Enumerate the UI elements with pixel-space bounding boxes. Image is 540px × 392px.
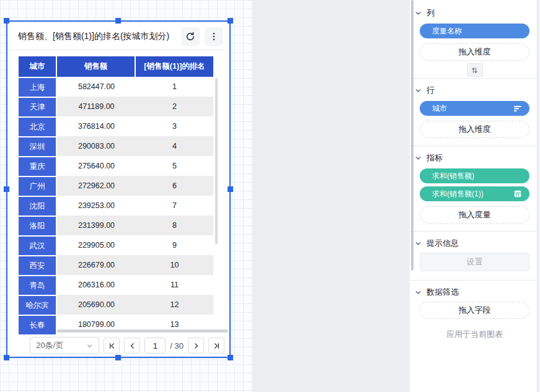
table-row: 重庆 275640.00 5 — [19, 156, 213, 176]
pill-sum-sales[interactable]: 求和(销售额) — [420, 168, 529, 183]
page-total-label: / 30 — [170, 341, 184, 351]
section-tooltip-header[interactable]: 提示信息 — [415, 235, 529, 251]
next-page-button[interactable] — [188, 338, 204, 354]
more-options-button[interactable] — [205, 27, 223, 46]
chevron-down-icon — [415, 87, 422, 94]
sales-cell: 226679.00 — [57, 255, 136, 275]
last-page-icon — [213, 342, 221, 350]
pill-label: 求和(销售额) — [432, 171, 474, 181]
table-row: 天津 471189.00 2 — [19, 97, 213, 116]
column-header-sales[interactable]: 销售额 — [57, 56, 136, 77]
next-page-icon — [192, 342, 200, 350]
rank-cell: 3 — [136, 116, 213, 136]
section-divider — [410, 280, 537, 281]
city-cell: 天津 — [19, 97, 57, 116]
pill-city[interactable]: 城市 — [420, 101, 529, 116]
section-column-header[interactable]: 列 — [415, 5, 529, 21]
table-row: 沈阳 239253.00 7 — [19, 196, 213, 216]
section-metric-header[interactable]: 指标 — [415, 150, 529, 166]
section-divider — [410, 146, 537, 146]
horizontal-scrollbar[interactable] — [57, 329, 228, 333]
last-page-button[interactable] — [208, 338, 224, 354]
table-row: 上海 582447.00 1 — [19, 77, 213, 97]
resize-handle-middle-right[interactable] — [228, 186, 233, 192]
filter-scope-note: 应用于当前图表 — [420, 329, 529, 340]
city-cell: 武汉 — [19, 235, 57, 255]
page-number-input[interactable]: 1 — [144, 338, 166, 354]
drop-field-button[interactable]: 拖入字段 — [420, 302, 529, 319]
prev-page-button[interactable] — [124, 338, 140, 354]
chevron-down-icon — [415, 10, 422, 17]
tooltip-settings-button[interactable]: 设置 — [420, 253, 529, 271]
table-row: 青岛 206316.00 11 — [19, 275, 213, 295]
column-header-rank[interactable]: [销售额(1)]的排名 — [136, 56, 213, 77]
page-size-select[interactable]: 20条/页 — [30, 337, 99, 354]
section-filter-header[interactable]: 数据筛选 — [415, 284, 529, 300]
resize-handle-middle-left[interactable] — [4, 186, 9, 192]
resize-handle-bottom-middle[interactable] — [115, 355, 121, 360]
sales-cell: 205690.00 — [57, 295, 136, 315]
city-cell: 长春 — [19, 315, 57, 334]
chart-card[interactable]: 销售额、[销售额(1)]的排名(按城市划分) 城市 销 — [6, 20, 231, 358]
config-panel: 列 度量名称 拖入维度 行 城市 拖入维 — [410, 0, 537, 392]
sales-cell: 231399.00 — [57, 216, 136, 235]
table-row: 哈尔滨 205690.00 12 — [19, 295, 213, 315]
rank-cell: 2 — [136, 97, 213, 116]
rank-cell: 4 — [136, 136, 213, 156]
rank-cell: 5 — [136, 156, 213, 176]
panel-scrollbar[interactable] — [411, 0, 414, 271]
rank-cell: 9 — [136, 235, 213, 255]
sort-icon[interactable] — [513, 105, 522, 112]
vertical-scrollbar[interactable] — [215, 78, 218, 244]
table-row: 洛阳 231399.00 8 — [19, 216, 213, 235]
refresh-button[interactable] — [181, 27, 200, 46]
first-page-icon — [108, 342, 116, 350]
drop-measure-button[interactable]: 拖入度量 — [420, 206, 529, 224]
swap-axes-button[interactable] — [467, 63, 483, 77]
pill-label: 度量名称 — [432, 26, 462, 37]
city-cell: 重庆 — [19, 156, 57, 176]
section-title: 数据筛选 — [427, 287, 459, 298]
sales-cell: 376814.00 — [57, 116, 136, 136]
pill-measure-name[interactable]: 度量名称 — [420, 24, 529, 38]
resize-handle-bottom-left[interactable] — [4, 355, 9, 360]
section-title: 提示信息 — [427, 238, 459, 249]
refresh-icon — [185, 32, 195, 41]
city-cell: 洛阳 — [19, 216, 57, 235]
first-page-button[interactable] — [104, 338, 120, 354]
resize-handle-top-left[interactable] — [4, 18, 9, 24]
city-cell: 上海 — [19, 77, 57, 97]
chevron-down-icon — [415, 289, 422, 296]
pill-sum-sales-1[interactable]: 求和(销售额(1)) — [420, 186, 529, 201]
rank-cell: 7 — [136, 196, 213, 216]
settings-label: 设置 — [467, 256, 483, 268]
column-header-city[interactable]: 城市 — [19, 56, 57, 77]
section-divider — [410, 231, 537, 232]
table-header-row: 城市 销售额 [销售额(1)]的排名 — [19, 56, 213, 77]
quick-calc-icon[interactable] — [513, 189, 522, 198]
pill-label: 求和(销售额(1)) — [432, 189, 484, 199]
drop-label: 拖入度量 — [459, 209, 491, 220]
swap-arrows-icon — [471, 66, 479, 74]
section-title: 列 — [427, 7, 435, 19]
drop-label: 拖入维度 — [459, 46, 491, 58]
drop-dimension-button-row[interactable]: 拖入维度 — [420, 121, 529, 138]
drop-dimension-button-column[interactable]: 拖入维度 — [420, 43, 529, 61]
resize-handle-top-middle[interactable] — [115, 18, 121, 24]
table-row: 西安 226679.00 10 — [19, 255, 213, 275]
chart-title: 销售额、[销售额(1)]的排名(按城市划分) — [18, 31, 176, 42]
resize-handle-bottom-right[interactable] — [228, 355, 233, 360]
page-size-value: 20条/页 — [36, 340, 86, 351]
table-row: 广州 272962.00 6 — [19, 176, 213, 196]
resize-handle-top-right[interactable] — [228, 18, 233, 24]
prev-page-icon — [128, 342, 136, 350]
table-container: 城市 销售额 [销售额(1)]的排名 上海 582447.00 1 天津 471… — [19, 56, 226, 334]
sales-cell: 229905.00 — [57, 235, 136, 255]
rank-cell: 6 — [136, 176, 213, 196]
city-cell: 北京 — [19, 116, 57, 136]
section-row-header[interactable]: 行 — [415, 82, 529, 98]
window-scrollbar-track[interactable] — [537, 0, 540, 392]
swap-row — [420, 63, 529, 77]
table-row: 深圳 290083.00 4 — [19, 136, 213, 156]
card-header: 销售额、[销售额(1)]的排名(按城市划分) — [7, 22, 229, 50]
